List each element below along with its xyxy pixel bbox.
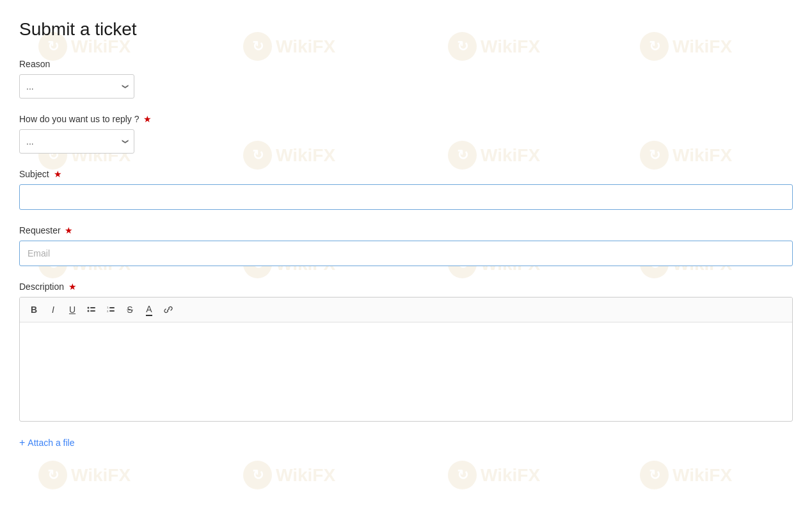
reply-method-label: How do you want us to reply ? ★ xyxy=(19,114,793,124)
requester-label: Requester ★ xyxy=(19,225,793,235)
italic-button[interactable]: I xyxy=(44,301,62,318)
reason-select-wrapper: ... Technical Issue Billing General Inqu… xyxy=(19,74,134,99)
description-label: Description ★ xyxy=(19,282,793,292)
bold-button[interactable]: B xyxy=(25,301,43,318)
attach-plus-icon: + xyxy=(19,437,25,449)
subject-input[interactable] xyxy=(19,184,793,210)
description-textarea[interactable] xyxy=(20,322,792,418)
page-content: Submit a ticket Reason ... Technical Iss… xyxy=(0,0,812,474)
svg-rect-5 xyxy=(109,307,115,308)
svg-rect-3 xyxy=(90,310,95,312)
bullet-list-icon xyxy=(87,305,96,314)
bullet-list-button[interactable] xyxy=(83,301,100,318)
description-group: Description ★ B I U xyxy=(19,282,793,422)
reply-method-group: How do you want us to reply ? ★ ... Emai… xyxy=(19,114,793,154)
description-required-star: ★ xyxy=(68,282,77,292)
subject-required-star: ★ xyxy=(54,169,62,179)
reply-method-select[interactable]: ... Email Phone Chat xyxy=(19,129,134,154)
numbered-list-icon: 1. 2. xyxy=(106,305,115,314)
text-color-button[interactable]: A xyxy=(140,301,158,318)
svg-rect-7 xyxy=(109,310,115,312)
page-title: Submit a ticket xyxy=(19,19,793,40)
svg-text:2.: 2. xyxy=(107,310,109,313)
reason-select[interactable]: ... Technical Issue Billing General Inqu… xyxy=(19,74,134,99)
svg-point-0 xyxy=(88,307,90,309)
attach-file-link[interactable]: Attach a file xyxy=(28,438,74,448)
description-editor-container: B I U 1. xyxy=(19,297,793,422)
reason-group: Reason ... Technical Issue Billing Gener… xyxy=(19,59,793,99)
link-icon xyxy=(164,305,173,314)
numbered-list-button[interactable]: 1. 2. xyxy=(102,301,120,318)
subject-label: Subject ★ xyxy=(19,169,793,179)
svg-point-2 xyxy=(88,310,90,312)
description-toolbar: B I U 1. xyxy=(20,298,792,322)
attach-file-row: + Attach a file xyxy=(19,437,793,449)
svg-text:1.: 1. xyxy=(107,306,109,309)
strikethrough-button[interactable]: S xyxy=(121,301,139,318)
underline-button[interactable]: U xyxy=(63,301,81,318)
requester-required-star: ★ xyxy=(65,225,73,235)
subject-group: Subject ★ xyxy=(19,169,793,210)
reply-method-select-wrapper: ... Email Phone Chat xyxy=(19,129,134,154)
reply-method-required-star: ★ xyxy=(143,114,152,124)
reason-label: Reason xyxy=(19,59,793,69)
link-button[interactable] xyxy=(159,301,177,318)
requester-input[interactable] xyxy=(19,241,793,266)
requester-group: Requester ★ xyxy=(19,225,793,266)
svg-rect-1 xyxy=(90,307,95,308)
